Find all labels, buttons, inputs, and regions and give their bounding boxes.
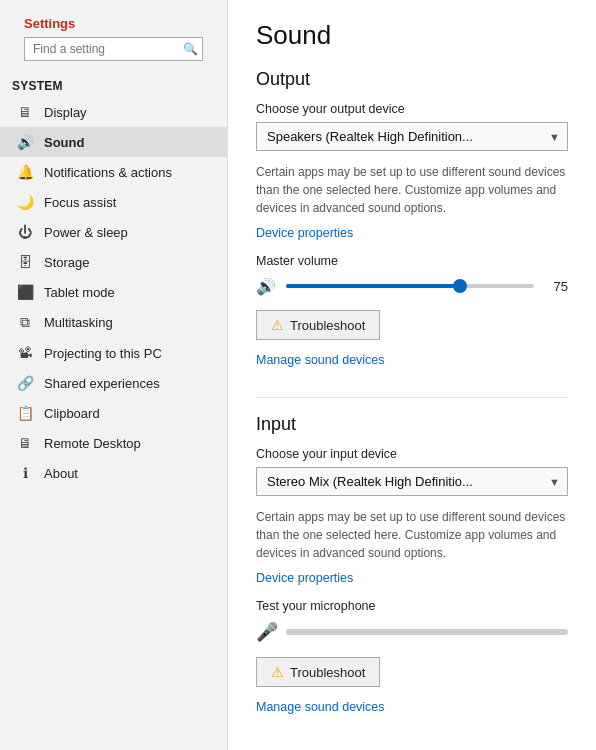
output-manage-link[interactable]: Manage sound devices <box>256 353 385 367</box>
slider-track <box>286 284 534 288</box>
sidebar-item-label: Power & sleep <box>44 225 128 240</box>
power-icon: ⏻ <box>16 224 34 240</box>
slider-thumb <box>453 279 467 293</box>
output-device-label: Choose your output device <box>256 102 568 116</box>
shared-icon: 🔗 <box>16 375 34 391</box>
output-device-select-wrap: Speakers (Realtek High Definition... ▼ <box>256 122 568 151</box>
clipboard-icon: 📋 <box>16 405 34 421</box>
output-device-select[interactable]: Speakers (Realtek High Definition... <box>256 122 568 151</box>
sidebar-item-label: Sound <box>44 135 84 150</box>
sidebar: Settings 🔍 System 🖥Display🔊Sound🔔Notific… <box>0 0 228 750</box>
input-test-label: Test your microphone <box>256 599 568 613</box>
sidebar-item-tablet[interactable]: ⬛Tablet mode <box>0 277 227 307</box>
output-volume-row: 🔊 75 <box>256 276 568 296</box>
input-section-title: Input <box>256 414 568 435</box>
sidebar-item-focus[interactable]: 🌙Focus assist <box>0 187 227 217</box>
output-description: Certain apps may be set up to use differ… <box>256 163 568 217</box>
nav-list: 🖥Display🔊Sound🔔Notifications & actions🌙F… <box>0 97 227 488</box>
mic-row: 🎤 <box>256 621 568 643</box>
sidebar-item-multitasking[interactable]: ⧉Multitasking <box>0 307 227 338</box>
page-title: Sound <box>256 20 568 51</box>
sidebar-item-label: About <box>44 466 78 481</box>
remote-icon: 🖥 <box>16 435 34 451</box>
storage-icon: 🗄 <box>16 254 34 270</box>
sidebar-item-label: Clipboard <box>44 406 100 421</box>
slider-fill <box>286 284 460 288</box>
output-section-title: Output <box>256 69 568 90</box>
output-troubleshoot-button[interactable]: ⚠ Troubleshoot <box>256 310 380 340</box>
sidebar-item-notifications[interactable]: 🔔Notifications & actions <box>0 157 227 187</box>
search-icon: 🔍 <box>183 42 198 56</box>
output-volume-label: Master volume <box>256 254 568 268</box>
sidebar-item-label: Notifications & actions <box>44 165 172 180</box>
sidebar-item-storage[interactable]: 🗄Storage <box>0 247 227 277</box>
input-device-label: Choose your input device <box>256 447 568 461</box>
sidebar-item-about[interactable]: ℹAbout <box>0 458 227 488</box>
sidebar-item-label: Multitasking <box>44 315 113 330</box>
sidebar-item-clipboard[interactable]: 📋Clipboard <box>0 398 227 428</box>
sound-icon: 🔊 <box>16 134 34 150</box>
volume-icon: 🔊 <box>256 277 276 296</box>
sidebar-item-label: Remote Desktop <box>44 436 141 451</box>
search-input[interactable] <box>33 42 183 56</box>
output-volume-slider[interactable] <box>286 276 534 296</box>
input-troubleshoot-button[interactable]: ⚠ Troubleshoot <box>256 657 380 687</box>
input-manage-link[interactable]: Manage sound devices <box>256 700 385 714</box>
section-divider <box>256 397 568 398</box>
sidebar-item-label: Display <box>44 105 87 120</box>
warn-icon: ⚠ <box>271 317 284 333</box>
input-device-select-wrap: Stereo Mix (Realtek High Definitio... ▼ <box>256 467 568 496</box>
microphone-icon: 🎤 <box>256 621 278 643</box>
search-box[interactable]: 🔍 <box>24 37 203 61</box>
tablet-icon: ⬛ <box>16 284 34 300</box>
sidebar-item-label: Shared experiences <box>44 376 160 391</box>
input-description: Certain apps may be set up to use differ… <box>256 508 568 562</box>
sidebar-item-display[interactable]: 🖥Display <box>0 97 227 127</box>
sidebar-item-label: Tablet mode <box>44 285 115 300</box>
display-icon: 🖥 <box>16 104 34 120</box>
input-device-properties-link[interactable]: Device properties <box>256 571 353 585</box>
multitasking-icon: ⧉ <box>16 314 34 331</box>
sidebar-item-label: Storage <box>44 255 90 270</box>
sidebar-item-label: Projecting to this PC <box>44 346 162 361</box>
sidebar-item-label: Focus assist <box>44 195 116 210</box>
sidebar-item-sound[interactable]: 🔊Sound <box>0 127 227 157</box>
about-icon: ℹ <box>16 465 34 481</box>
input-device-select[interactable]: Stereo Mix (Realtek High Definitio... <box>256 467 568 496</box>
mic-level-bar <box>286 629 568 635</box>
warn-icon-input: ⚠ <box>271 664 284 680</box>
main-content: Sound Output Choose your output device S… <box>228 0 596 750</box>
output-volume-value: 75 <box>544 279 568 294</box>
sidebar-item-projecting[interactable]: 📽Projecting to this PC <box>0 338 227 368</box>
sidebar-item-remote[interactable]: 🖥Remote Desktop <box>0 428 227 458</box>
projecting-icon: 📽 <box>16 345 34 361</box>
output-device-properties-link[interactable]: Device properties <box>256 226 353 240</box>
settings-title: Settings <box>12 8 215 37</box>
system-label: System <box>0 73 227 97</box>
sidebar-item-shared[interactable]: 🔗Shared experiences <box>0 368 227 398</box>
sidebar-item-power[interactable]: ⏻Power & sleep <box>0 217 227 247</box>
notifications-icon: 🔔 <box>16 164 34 180</box>
focus-icon: 🌙 <box>16 194 34 210</box>
